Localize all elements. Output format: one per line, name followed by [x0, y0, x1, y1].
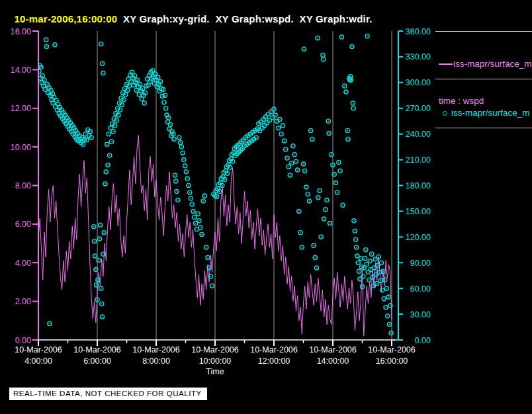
- wdir-point-center: [53, 103, 54, 104]
- wdir-point-center: [306, 186, 307, 188]
- wdir-point-center: [227, 173, 228, 175]
- wdir-point-center: [71, 125, 73, 126]
- wdir-point-center: [105, 183, 106, 185]
- wdir-point-center: [275, 114, 276, 116]
- wdir-point-center: [369, 261, 371, 262]
- wdir-point-center: [232, 161, 234, 162]
- wdir-point-center: [126, 84, 128, 85]
- wdir-point-center: [180, 142, 181, 144]
- wdir-point-center: [110, 128, 111, 129]
- wdir-point-center: [358, 263, 359, 264]
- wdir-point-center: [132, 72, 133, 73]
- wdir-point-center: [384, 298, 385, 300]
- wdir-point-center: [144, 103, 145, 104]
- wdir-point-center: [158, 84, 159, 85]
- wdir-point-center: [149, 75, 150, 77]
- x-tick-time-label: 16:00:00: [376, 356, 408, 366]
- wdir-point-center: [91, 137, 92, 138]
- wdir-point-center: [40, 67, 42, 68]
- wdir-point-center: [97, 279, 99, 280]
- wdir-point-center: [57, 110, 58, 111]
- wdir-point-center: [157, 77, 159, 78]
- x-tick-date-label: 10-Mar-2006: [309, 345, 357, 354]
- x-tick-date-label: 10-Mar-2006: [73, 345, 121, 354]
- wdir-point-center: [335, 183, 337, 184]
- wdir-point-center: [134, 75, 136, 77]
- wdir-point-center: [310, 130, 312, 132]
- wdir-point-center: [320, 237, 322, 238]
- wdir-point-center: [138, 94, 140, 95]
- wdir-point-center: [159, 91, 161, 92]
- wdir-point-center: [374, 267, 375, 269]
- wdir-point-center: [309, 200, 310, 202]
- legend-divider: [435, 31, 532, 32]
- wdir-point-center: [230, 159, 232, 160]
- wdir-point-center: [169, 128, 170, 130]
- wdir-point-center: [267, 114, 269, 115]
- wspd-line-symbol: [439, 63, 453, 65]
- wdir-point-center: [228, 165, 229, 166]
- wdir-point-center: [315, 257, 316, 259]
- right-axis-tick-label: 120.00: [406, 233, 431, 242]
- wdir-point-center: [116, 120, 118, 121]
- wdir-point-center: [154, 83, 155, 84]
- wdir-point-center: [316, 267, 318, 269]
- right-axis-tick-label: 300.00: [406, 78, 431, 87]
- wdir-point-center: [356, 247, 357, 248]
- wdir-point-center: [138, 87, 139, 88]
- wdir-point-center: [378, 256, 380, 257]
- wdir-point-center: [48, 87, 50, 89]
- x-tick-date-label: 10-Mar-2006: [132, 345, 180, 354]
- legend-entry-wdir: iss-mapr/surface_m time : wdir 10-Mar-20…: [439, 83, 532, 132]
- wdir-point-center: [339, 171, 341, 172]
- wdir-point-center: [384, 279, 386, 280]
- wdir-point-center: [71, 131, 72, 132]
- wdir-point-center: [224, 179, 226, 181]
- wdir-point-center: [193, 211, 194, 212]
- wdir-point-center: [42, 75, 43, 77]
- wdir-point-center: [284, 140, 285, 142]
- wdir-point-center: [212, 286, 213, 287]
- wdir-point-center: [365, 258, 366, 259]
- wdir-point-center: [68, 120, 69, 121]
- wdir-point-center: [61, 110, 62, 111]
- wdir-point-center: [208, 267, 210, 269]
- left-axis-tick-label: 6.00: [15, 220, 31, 229]
- wdir-point-center: [256, 137, 257, 138]
- wdir-point-center: [191, 198, 192, 199]
- wdir-point-center: [166, 114, 167, 116]
- wdir-point-center: [347, 130, 349, 132]
- wdir-point-center: [85, 134, 86, 135]
- wdir-point-center: [103, 232, 105, 233]
- wdir-point-center: [359, 278, 361, 280]
- right-axis-tick-label: 360.00: [406, 27, 431, 36]
- wdir-point-center: [202, 200, 204, 202]
- wdir-point-center: [195, 223, 197, 224]
- x-tick-time-label: 6:00:00: [83, 356, 111, 366]
- wdir-point-center: [259, 130, 261, 132]
- wdir-point-center: [357, 255, 358, 257]
- wdir-point-center: [43, 85, 44, 87]
- right-axis-tick-label: 270.00: [406, 104, 431, 113]
- wdir-point-center: [51, 99, 52, 101]
- wdir-point-center: [140, 84, 141, 85]
- wdir-point-center: [331, 154, 332, 155]
- x-axis-title: Time: [206, 367, 224, 376]
- wdir-point-center: [304, 48, 305, 50]
- wdir-point-center: [170, 124, 171, 126]
- left-axis-tick-label: 8.00: [15, 181, 31, 190]
- wdir-point-center: [389, 324, 390, 325]
- wdir-point-center: [165, 95, 166, 97]
- wdir-point-center: [292, 145, 294, 147]
- wdir-point-center: [376, 274, 377, 276]
- wdir-point-center: [291, 163, 292, 164]
- right-axis-tick-label: 240.00: [406, 130, 431, 139]
- wdir-point-center: [371, 254, 373, 255]
- wdir-point-center: [107, 144, 108, 145]
- wdir-point-center: [328, 133, 330, 134]
- wdir-point-center: [90, 131, 91, 132]
- wdir-point-center: [341, 36, 343, 38]
- wdir-point-center: [381, 263, 382, 264]
- wdir-point-center: [344, 85, 345, 87]
- wdir-point-center: [281, 134, 282, 135]
